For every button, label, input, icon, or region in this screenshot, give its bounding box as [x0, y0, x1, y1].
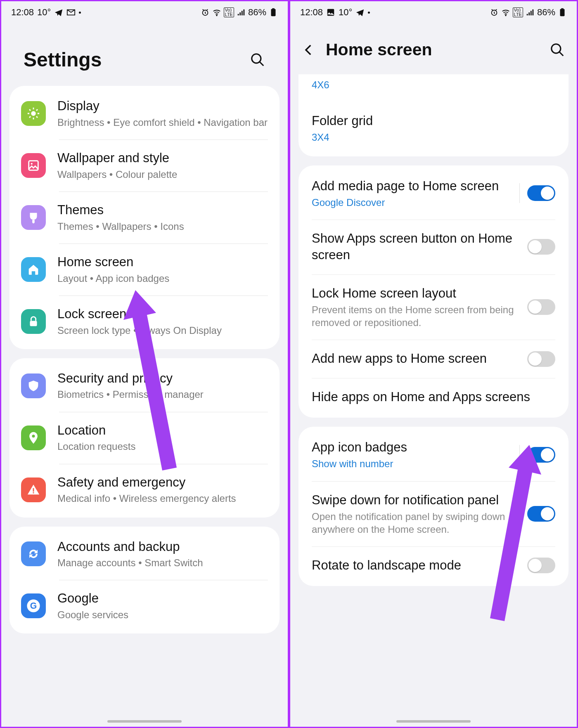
apps-grid-row[interactable]: 4X6	[298, 74, 569, 102]
status-time: 12:08	[300, 7, 323, 18]
settings-content: DisplayBrightness • Eye comfort shield •…	[1, 86, 288, 727]
row-title: Display	[57, 98, 268, 114]
battery-icon	[269, 8, 278, 17]
settings-item-home-screen[interactable]: Home screenLayout • App icon badges	[9, 243, 280, 295]
toggle[interactable]	[527, 239, 555, 255]
folder-grid-title: Folder grid	[312, 113, 549, 129]
svg-point-4	[252, 54, 261, 63]
setting-lock-home-screen-layout[interactable]: Lock Home screen layoutPrevent items on …	[298, 274, 569, 340]
svg-point-7	[31, 163, 33, 165]
toggle[interactable]	[527, 558, 555, 573]
row-title: Google	[57, 591, 268, 607]
row-title: Show Apps screen button on Home screen	[312, 230, 521, 264]
row-title: Swipe down for notification panel	[312, 492, 521, 508]
svg-text:G: G	[30, 601, 37, 611]
row-text: App icon badgesShow with number	[312, 439, 519, 470]
settings-item-google[interactable]: GGoogleGoogle services	[9, 580, 280, 632]
status-bar: 12:08 10° Vo)LTE 86%	[290, 1, 577, 24]
row-subtitle: Open the notification panel by swiping d…	[312, 510, 521, 536]
toggle[interactable]	[527, 299, 555, 315]
divider	[519, 183, 520, 203]
row-title: Lock screen	[57, 306, 268, 322]
row-text: Home screenLayout • App icon badges	[57, 254, 268, 285]
sun-icon	[21, 101, 46, 126]
alarm-icon	[201, 8, 210, 17]
settings-item-wallpaper-and-style[interactable]: Wallpaper and styleWallpapers • Colour p…	[9, 139, 280, 191]
row-title: Wallpaper and style	[57, 150, 268, 166]
row-subtitle: Biometrics • Permission manager	[57, 388, 268, 401]
settings-group: Accounts and backupManage accounts • Sma…	[9, 527, 280, 634]
nav-handle[interactable]	[107, 720, 182, 723]
pin-icon	[21, 425, 46, 450]
row-text: DisplayBrightness • Eye comfort shield •…	[57, 98, 268, 129]
setting-add-new-apps-to-home-screen[interactable]: Add new apps to Home screen	[298, 340, 569, 378]
svg-rect-6	[29, 161, 38, 170]
status-time: 12:08	[11, 7, 34, 18]
settings-group: App icon badgesShow with numberSwipe dow…	[298, 427, 569, 586]
folder-grid-value: 3X4	[312, 131, 549, 144]
telegram-icon	[54, 8, 63, 17]
setting-show-apps-screen-button-on-home-screen[interactable]: Show Apps screen button on Home screen	[298, 220, 569, 274]
page-title: Home screen	[326, 40, 432, 59]
settings-item-safety-and-emergency[interactable]: Safety and emergencyMedical info • Wirel…	[9, 464, 280, 516]
row-subtitle: Themes • Wallpapers • Icons	[57, 220, 268, 233]
status-temp: 10°	[37, 7, 51, 18]
signal-icon	[526, 8, 535, 17]
row-subtitle: Wallpapers • Colour palette	[57, 168, 268, 181]
toggle[interactable]	[527, 185, 555, 201]
nav-handle[interactable]	[396, 720, 471, 723]
image-icon	[326, 8, 335, 17]
svg-point-9	[32, 435, 35, 437]
setting-rotate-to-landscape-mode[interactable]: Rotate to landscape mode	[298, 546, 569, 584]
row-text: Show Apps screen button on Home screen	[312, 230, 527, 264]
more-icon	[368, 12, 370, 14]
setting-app-icon-badges[interactable]: App icon badgesShow with number	[298, 428, 569, 481]
row-title: Accounts and backup	[57, 539, 268, 555]
settings-item-location[interactable]: LocationLocation requests	[9, 412, 280, 464]
setting-swipe-down-for-notification-panel[interactable]: Swipe down for notification panelOpen th…	[298, 481, 569, 547]
phone-left: 12:08 10° Vo)LTE 86% Settings DisplayBri…	[0, 0, 289, 728]
settings-item-lock-screen[interactable]: Lock screenScreen lock type • Always On …	[9, 295, 280, 347]
settings-item-security-and-privacy[interactable]: Security and privacyBiometrics • Permiss…	[9, 360, 280, 412]
row-title: Add media page to Home screen	[312, 178, 513, 194]
toggle[interactable]	[527, 351, 555, 367]
svg-point-5	[31, 111, 36, 116]
image-icon	[21, 153, 46, 178]
svg-point-20	[552, 44, 561, 53]
row-text: Add new apps to Home screen	[312, 350, 527, 367]
svg-rect-8	[30, 321, 37, 326]
toggle[interactable]	[527, 447, 555, 463]
setting-add-media-page-to-home-screen[interactable]: Add media page to Home screenGoogle Disc…	[298, 167, 569, 220]
search-icon[interactable]	[550, 42, 565, 58]
grid-group-partial: 4X6Folder grid3X4	[298, 74, 569, 156]
alert-icon	[21, 477, 46, 502]
lock-icon	[21, 309, 46, 334]
back-icon[interactable]	[302, 43, 316, 57]
toggle[interactable]	[527, 506, 555, 522]
row-text: ThemesThemes • Wallpapers • Icons	[57, 202, 268, 233]
battery-icon	[558, 8, 567, 17]
phone-right: 12:08 10° Vo)LTE 86% Home screen 4X6Fold…	[289, 0, 578, 728]
svg-point-17	[505, 15, 506, 16]
row-subtitle: Layout • App icon badges	[57, 272, 268, 285]
settings-item-display[interactable]: DisplayBrightness • Eye comfort shield •…	[9, 87, 280, 139]
row-subtitle: Location requests	[57, 440, 268, 453]
svg-rect-3	[272, 8, 275, 9]
row-text: Lock screenScreen lock type • Always On …	[57, 306, 268, 337]
row-title: Security and privacy	[57, 371, 268, 387]
svg-rect-2	[271, 9, 276, 16]
row-text: Safety and emergencyMedical info • Wirel…	[57, 475, 268, 505]
row-subtitle: Screen lock type • Always On Display	[57, 324, 268, 337]
row-text: Swipe down for notification panelOpen th…	[312, 492, 527, 536]
row-text: LocationLocation requests	[57, 423, 268, 453]
more-icon	[79, 12, 81, 14]
settings-item-accounts-and-backup[interactable]: Accounts and backupManage accounts • Sma…	[9, 528, 280, 580]
status-battery: 86%	[537, 7, 555, 18]
setting-hide-apps-on-home-and-apps-screens[interactable]: Hide apps on Home and Apps screens	[298, 378, 569, 416]
row-text: Security and privacyBiometrics • Permiss…	[57, 371, 268, 401]
settings-item-themes[interactable]: ThemesThemes • Wallpapers • Icons	[9, 191, 280, 243]
search-icon[interactable]	[250, 52, 265, 68]
volte-icon: Vo)LTE	[513, 7, 523, 17]
row-text: Rotate to landscape mode	[312, 557, 527, 574]
folder-grid-row[interactable]: Folder grid3X4	[298, 102, 569, 154]
